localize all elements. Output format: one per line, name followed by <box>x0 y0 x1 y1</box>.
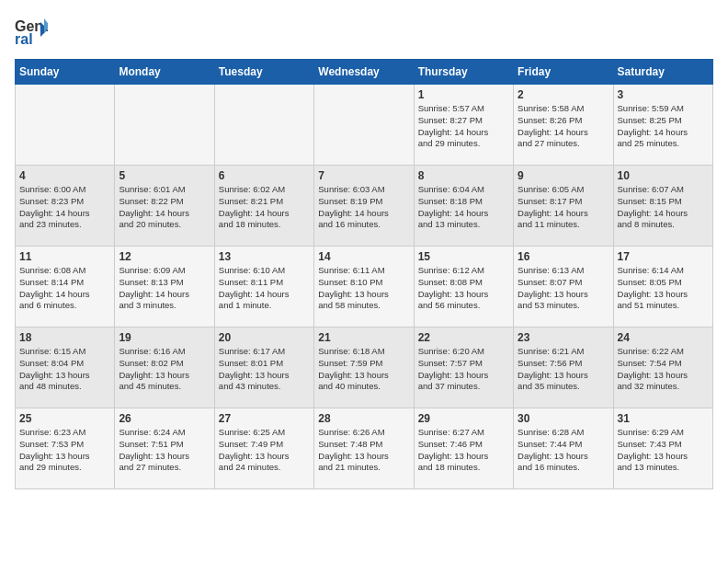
calendar-cell: 12Sunrise: 6:09 AM Sunset: 8:13 PM Dayli… <box>115 247 214 327</box>
day-info: Sunrise: 6:20 AM Sunset: 7:57 PM Dayligh… <box>418 346 509 393</box>
calendar-cell: 4Sunrise: 6:00 AM Sunset: 8:23 PM Daylig… <box>16 166 115 247</box>
day-info: Sunrise: 6:14 AM Sunset: 8:05 PM Dayligh… <box>618 265 709 312</box>
calendar-cell: 22Sunrise: 6:20 AM Sunset: 7:57 PM Dayli… <box>414 327 513 408</box>
day-number: 10 <box>618 169 709 182</box>
day-number: 16 <box>518 250 609 263</box>
day-number: 12 <box>119 250 210 263</box>
calendar-cell: 13Sunrise: 6:10 AM Sunset: 8:11 PM Dayli… <box>214 247 313 327</box>
day-number: 13 <box>219 250 310 263</box>
day-info: Sunrise: 6:03 AM Sunset: 8:19 PM Dayligh… <box>318 184 409 231</box>
calendar-cell: 2Sunrise: 5:58 AM Sunset: 8:26 PM Daylig… <box>514 85 613 166</box>
day-info: Sunrise: 6:28 AM Sunset: 7:44 PM Dayligh… <box>518 427 609 474</box>
calendar-cell: 21Sunrise: 6:18 AM Sunset: 7:59 PM Dayli… <box>314 327 414 408</box>
day-info: Sunrise: 6:00 AM Sunset: 8:23 PM Dayligh… <box>19 184 110 231</box>
day-number: 25 <box>19 412 110 425</box>
calendar-cell: 23Sunrise: 6:21 AM Sunset: 7:56 PM Dayli… <box>514 327 613 408</box>
calendar-cell <box>314 85 414 166</box>
day-info: Sunrise: 6:13 AM Sunset: 8:07 PM Dayligh… <box>518 265 609 312</box>
day-number: 27 <box>219 412 310 425</box>
header: Gene ral <box>15 15 713 48</box>
calendar-cell: 30Sunrise: 6:28 AM Sunset: 7:44 PM Dayli… <box>514 408 613 489</box>
day-number: 5 <box>119 169 210 182</box>
calendar-cell: 20Sunrise: 6:17 AM Sunset: 8:01 PM Dayli… <box>214 327 313 408</box>
day-info: Sunrise: 6:09 AM Sunset: 8:13 PM Dayligh… <box>119 265 210 312</box>
calendar-cell: 24Sunrise: 6:22 AM Sunset: 7:54 PM Dayli… <box>613 327 712 408</box>
calendar-cell: 9Sunrise: 6:05 AM Sunset: 8:17 PM Daylig… <box>514 166 613 247</box>
day-info: Sunrise: 6:27 AM Sunset: 7:46 PM Dayligh… <box>418 427 509 474</box>
day-info: Sunrise: 6:07 AM Sunset: 8:15 PM Dayligh… <box>618 184 709 231</box>
day-info: Sunrise: 6:17 AM Sunset: 8:01 PM Dayligh… <box>219 346 310 393</box>
calendar-cell: 5Sunrise: 6:01 AM Sunset: 8:22 PM Daylig… <box>115 166 214 247</box>
day-number: 24 <box>618 331 709 344</box>
calendar-cell: 27Sunrise: 6:25 AM Sunset: 7:49 PM Dayli… <box>214 408 313 489</box>
day-number: 22 <box>418 331 509 344</box>
calendar-cell: 25Sunrise: 6:23 AM Sunset: 7:53 PM Dayli… <box>16 408 115 489</box>
day-number: 30 <box>518 412 609 425</box>
calendar-cell <box>115 85 214 166</box>
day-info: Sunrise: 6:24 AM Sunset: 7:51 PM Dayligh… <box>119 427 210 474</box>
logo-icon: Gene ral <box>15 15 48 48</box>
day-number: 18 <box>19 331 110 344</box>
day-info: Sunrise: 6:11 AM Sunset: 8:10 PM Dayligh… <box>318 265 409 312</box>
day-number: 11 <box>19 250 110 263</box>
day-number: 23 <box>518 331 609 344</box>
day-of-week-header: Sunday <box>16 60 115 85</box>
day-number: 9 <box>518 169 609 182</box>
day-info: Sunrise: 6:25 AM Sunset: 7:49 PM Dayligh… <box>219 427 310 474</box>
day-info: Sunrise: 6:23 AM Sunset: 7:53 PM Dayligh… <box>19 427 110 474</box>
day-number: 19 <box>119 331 210 344</box>
day-number: 29 <box>418 412 509 425</box>
calendar-cell: 26Sunrise: 6:24 AM Sunset: 7:51 PM Dayli… <box>115 408 214 489</box>
calendar-cell: 19Sunrise: 6:16 AM Sunset: 8:02 PM Dayli… <box>115 327 214 408</box>
day-info: Sunrise: 6:18 AM Sunset: 7:59 PM Dayligh… <box>318 346 409 393</box>
calendar-cell <box>16 85 115 166</box>
calendar-cell: 6Sunrise: 6:02 AM Sunset: 8:21 PM Daylig… <box>214 166 313 247</box>
day-info: Sunrise: 6:22 AM Sunset: 7:54 PM Dayligh… <box>618 346 709 393</box>
calendar-cell: 16Sunrise: 6:13 AM Sunset: 8:07 PM Dayli… <box>514 247 613 327</box>
day-number: 1 <box>418 88 509 101</box>
day-info: Sunrise: 5:58 AM Sunset: 8:26 PM Dayligh… <box>518 103 609 150</box>
day-info: Sunrise: 5:59 AM Sunset: 8:25 PM Dayligh… <box>618 103 709 150</box>
day-info: Sunrise: 6:26 AM Sunset: 7:48 PM Dayligh… <box>318 427 409 474</box>
day-number: 15 <box>418 250 509 263</box>
day-info: Sunrise: 6:15 AM Sunset: 8:04 PM Dayligh… <box>19 346 110 393</box>
day-of-week-header: Tuesday <box>214 60 313 85</box>
day-info: Sunrise: 6:04 AM Sunset: 8:18 PM Dayligh… <box>418 184 509 231</box>
calendar-cell: 17Sunrise: 6:14 AM Sunset: 8:05 PM Dayli… <box>613 247 712 327</box>
calendar-table: SundayMondayTuesdayWednesdayThursdayFrid… <box>15 59 713 489</box>
day-info: Sunrise: 6:16 AM Sunset: 8:02 PM Dayligh… <box>119 346 210 393</box>
calendar-cell: 29Sunrise: 6:27 AM Sunset: 7:46 PM Dayli… <box>414 408 513 489</box>
calendar-cell: 1Sunrise: 5:57 AM Sunset: 8:27 PM Daylig… <box>414 85 513 166</box>
day-of-week-header: Friday <box>514 60 613 85</box>
calendar-cell: 10Sunrise: 6:07 AM Sunset: 8:15 PM Dayli… <box>613 166 712 247</box>
day-number: 17 <box>618 250 709 263</box>
calendar-cell: 14Sunrise: 6:11 AM Sunset: 8:10 PM Dayli… <box>314 247 414 327</box>
day-number: 4 <box>19 169 110 182</box>
day-number: 3 <box>618 88 709 101</box>
day-info: Sunrise: 6:05 AM Sunset: 8:17 PM Dayligh… <box>518 184 609 231</box>
day-number: 31 <box>618 412 709 425</box>
day-info: Sunrise: 6:12 AM Sunset: 8:08 PM Dayligh… <box>418 265 509 312</box>
calendar-cell: 31Sunrise: 6:29 AM Sunset: 7:43 PM Dayli… <box>613 408 712 489</box>
calendar-cell: 28Sunrise: 6:26 AM Sunset: 7:48 PM Dayli… <box>314 408 414 489</box>
day-of-week-header: Saturday <box>613 60 712 85</box>
day-info: Sunrise: 6:01 AM Sunset: 8:22 PM Dayligh… <box>119 184 210 231</box>
calendar-cell: 8Sunrise: 6:04 AM Sunset: 8:18 PM Daylig… <box>414 166 513 247</box>
day-of-week-header: Monday <box>115 60 214 85</box>
day-number: 8 <box>418 169 509 182</box>
day-info: Sunrise: 6:29 AM Sunset: 7:43 PM Dayligh… <box>618 427 709 474</box>
day-info: Sunrise: 6:08 AM Sunset: 8:14 PM Dayligh… <box>19 265 110 312</box>
day-number: 20 <box>219 331 310 344</box>
day-number: 6 <box>219 169 310 182</box>
day-of-week-header: Wednesday <box>314 60 414 85</box>
day-info: Sunrise: 5:57 AM Sunset: 8:27 PM Dayligh… <box>418 103 509 150</box>
day-number: 26 <box>119 412 210 425</box>
day-number: 28 <box>318 412 409 425</box>
day-info: Sunrise: 6:21 AM Sunset: 7:56 PM Dayligh… <box>518 346 609 393</box>
day-number: 14 <box>318 250 409 263</box>
calendar-cell: 11Sunrise: 6:08 AM Sunset: 8:14 PM Dayli… <box>16 247 115 327</box>
day-info: Sunrise: 6:02 AM Sunset: 8:21 PM Dayligh… <box>219 184 310 231</box>
day-info: Sunrise: 6:10 AM Sunset: 8:11 PM Dayligh… <box>219 265 310 312</box>
logo: Gene ral <box>15 15 51 48</box>
day-number: 21 <box>318 331 409 344</box>
